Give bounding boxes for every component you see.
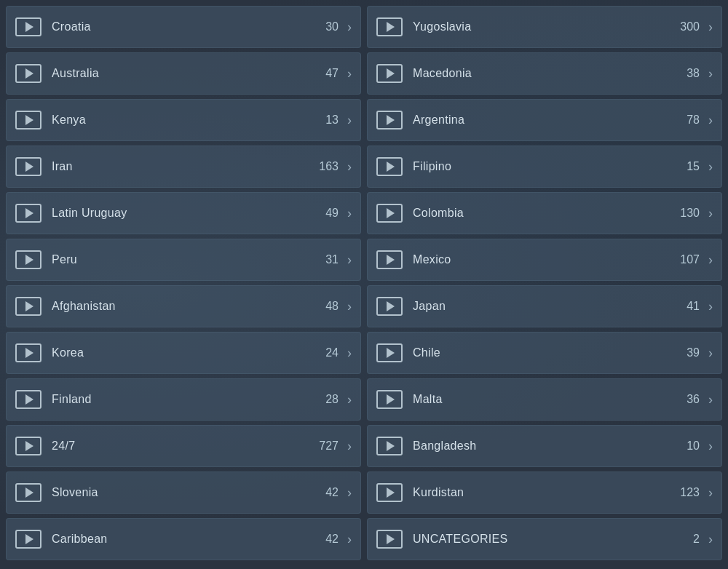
play-icon <box>376 204 403 223</box>
list-item[interactable]: Mexico 107 › <box>367 239 722 281</box>
item-label: Mexico <box>413 253 680 266</box>
item-count: 13 <box>325 114 339 127</box>
right-column: Yugoslavia 300 › Macedonia 38 › Argentin… <box>367 6 722 563</box>
list-item[interactable]: Argentina 78 › <box>367 99 722 141</box>
play-triangle <box>387 301 395 311</box>
list-item[interactable]: Peru 31 › <box>6 239 361 281</box>
chevron-right-icon: › <box>708 299 713 314</box>
item-count: 2 <box>693 533 700 546</box>
item-count: 123 <box>680 486 700 499</box>
list-item[interactable]: Latin Uruguay 49 › <box>6 192 361 234</box>
item-count: 30 <box>325 20 339 33</box>
play-icon <box>376 297 403 316</box>
list-item[interactable]: Kurdistan 123 › <box>367 471 722 514</box>
list-item[interactable]: Japan 41 › <box>367 285 722 327</box>
play-triangle <box>387 22 395 32</box>
play-icon <box>15 390 41 409</box>
play-icon <box>15 111 41 130</box>
chevron-right-icon: › <box>708 113 713 128</box>
item-count: 727 <box>319 439 339 453</box>
chevron-right-icon: › <box>347 159 352 175</box>
play-triangle <box>387 348 395 358</box>
list-item[interactable]: Colombia 130 › <box>367 192 722 234</box>
item-count: 31 <box>325 253 339 266</box>
play-triangle <box>387 68 395 79</box>
item-label: Iran <box>52 160 319 173</box>
item-count: 28 <box>325 393 339 406</box>
play-icon <box>15 437 41 455</box>
chevron-right-icon: › <box>347 439 352 454</box>
list-item[interactable]: Filipino 15 › <box>367 146 722 188</box>
item-label: Peru <box>52 253 325 266</box>
play-icon <box>15 17 41 36</box>
play-icon <box>15 250 41 269</box>
play-icon <box>376 343 403 362</box>
item-label: Croatia <box>52 20 325 33</box>
play-triangle <box>25 68 33 79</box>
play-icon <box>15 204 41 223</box>
list-item[interactable]: Kenya 13 › <box>6 99 361 141</box>
item-label: Kenya <box>52 114 325 127</box>
item-label: Japan <box>413 300 687 313</box>
play-triangle <box>387 488 395 498</box>
list-item[interactable]: Korea 24 › <box>6 332 361 374</box>
chevron-right-icon: › <box>708 66 713 81</box>
item-count: 130 <box>680 207 700 220</box>
play-triangle <box>25 208 33 218</box>
list-item[interactable]: Iran 163 › <box>6 146 361 188</box>
play-triangle <box>25 255 33 265</box>
list-item[interactable]: Malta 36 › <box>367 378 722 421</box>
chevron-right-icon: › <box>347 392 352 407</box>
list-item[interactable]: Croatia 30 › <box>6 6 361 48</box>
chevron-right-icon: › <box>347 20 352 35</box>
play-triangle <box>25 115 33 125</box>
chevron-right-icon: › <box>347 299 352 314</box>
item-count: 300 <box>680 20 700 33</box>
play-icon <box>376 64 403 83</box>
item-label: UNCATEGORIES <box>413 533 693 546</box>
play-triangle <box>387 115 395 125</box>
item-label: Bangladesh <box>413 439 687 453</box>
list-item[interactable]: Caribbean 42 › <box>6 518 361 560</box>
play-triangle <box>25 534 33 544</box>
play-icon <box>376 483 403 502</box>
list-item[interactable]: UNCATEGORIES 2 › <box>367 518 722 560</box>
play-icon <box>376 530 403 549</box>
play-triangle <box>25 488 33 498</box>
item-count: 36 <box>687 393 700 406</box>
chevron-right-icon: › <box>347 346 352 361</box>
list-item[interactable]: 24/7 727 › <box>6 425 361 467</box>
play-icon <box>15 297 41 316</box>
list-item[interactable]: Australia 47 › <box>6 52 361 95</box>
item-count: 10 <box>687 439 700 453</box>
item-label: Kurdistan <box>413 486 680 499</box>
play-triangle <box>25 162 33 172</box>
chevron-right-icon: › <box>708 159 713 175</box>
play-icon <box>376 17 403 36</box>
list-item[interactable]: Finland 28 › <box>6 378 361 421</box>
play-triangle <box>25 301 33 311</box>
chevron-right-icon: › <box>347 485 352 501</box>
play-triangle <box>387 162 395 172</box>
play-triangle <box>25 22 33 32</box>
item-label: 24/7 <box>52 439 319 453</box>
item-count: 49 <box>325 207 339 220</box>
play-icon <box>15 343 41 362</box>
chevron-right-icon: › <box>708 206 713 221</box>
list-item[interactable]: Afghanistan 48 › <box>6 285 361 327</box>
item-label: Afghanistan <box>52 300 325 313</box>
play-icon <box>15 530 41 549</box>
chevron-right-icon: › <box>347 66 352 81</box>
play-triangle <box>387 208 395 218</box>
item-count: 42 <box>325 486 339 499</box>
item-count: 38 <box>687 67 700 80</box>
chevron-right-icon: › <box>347 206 352 221</box>
list-item[interactable]: Slovenia 42 › <box>6 471 361 514</box>
list-item[interactable]: Yugoslavia 300 › <box>367 6 722 48</box>
list-item[interactable]: Chile 39 › <box>367 332 722 374</box>
list-item[interactable]: Bangladesh 10 › <box>367 425 722 467</box>
chevron-right-icon: › <box>708 252 713 268</box>
play-triangle <box>387 394 395 405</box>
list-item[interactable]: Macedonia 38 › <box>367 52 722 95</box>
item-count: 42 <box>325 533 339 546</box>
